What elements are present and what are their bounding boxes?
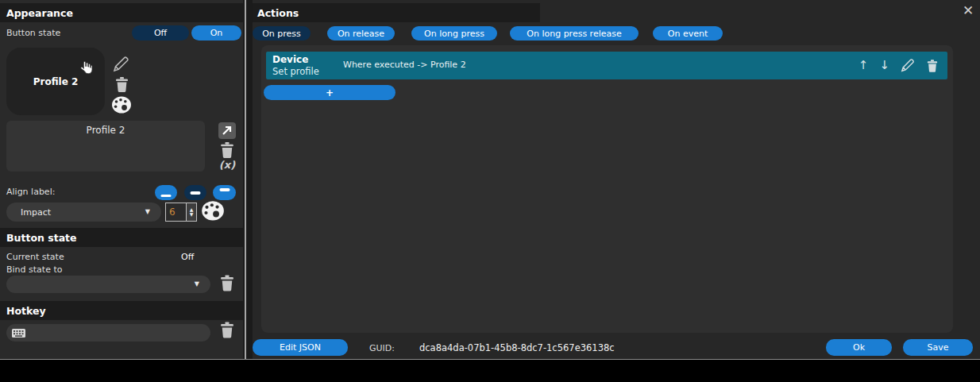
pencil-icon [901,59,916,72]
appearance-section-title: Appearance [6,7,73,19]
guid-label: GUID: [369,343,395,353]
font-family-value: Impact [21,207,51,218]
button-state-section-header: Button state [0,228,243,247]
action-name: Set profile [272,66,319,77]
move-action-down-button[interactable]: ↓ [879,60,889,71]
state-on-label: On [210,28,223,38]
tab-on-long-press[interactable]: On long press [411,26,497,41]
chevron-down-icon: ▼ [195,281,210,287]
current-state-label: Current state [6,252,64,262]
label-color-button[interactable] [201,200,225,225]
trash-icon [115,77,129,92]
guid-value: dca8a4da-07b1-45b8-8dc7-1c567e36138c [419,342,615,353]
action-category: Device [272,54,308,65]
font-size-stepper[interactable]: ▲ ▼ [186,203,196,221]
delete-label-button[interactable] [220,142,234,158]
state-off-label: Off [154,28,167,38]
bind-state-dropdown[interactable]: ▼ [6,276,210,293]
tab-label: On event [668,29,708,39]
align-bottom-button[interactable] [155,185,177,200]
trash-icon [220,142,234,158]
font-size-input[interactable]: 6 ▲ ▼ [165,203,197,222]
tab-on-event[interactable]: On event [653,26,723,41]
edit-json-label: Edit JSON [280,342,321,353]
font-size-value: 6 [169,206,176,218]
action-item-row[interactable]: Device Set profile Where executed -> Pro… [266,52,947,79]
close-icon: ✕ [963,2,974,18]
tab-label: On long press release [527,29,621,39]
spinner-down-icon: ▼ [190,212,194,217]
palette-icon [201,200,225,222]
edit-action-button[interactable] [901,59,916,72]
appearance-section-header: Appearance [0,3,243,22]
trash-icon [220,322,234,338]
move-action-up-button[interactable]: ↑ [858,60,869,71]
plus-icon: + [326,87,334,98]
tab-on-press[interactable]: On press [253,26,311,41]
hand-cursor-icon [79,61,94,79]
arrow-down-icon: ↓ [879,58,889,72]
tab-label: On long press [424,29,484,39]
align-top-glyph [219,188,230,191]
button-state-section-title: Button state [6,232,77,244]
ok-button[interactable]: Ok [826,339,892,356]
trash-icon [220,275,234,291]
tab-on-release[interactable]: On release [327,26,395,41]
arrow-up-icon: ↑ [858,58,869,72]
button-label-value: Profile 2 [87,125,125,136]
current-state-value: Off [181,252,194,262]
ok-label: Ok [853,342,865,353]
delete-action-button[interactable] [927,60,938,72]
button-preview[interactable]: Profile 2 [6,48,105,115]
hotkey-section-title: Hotkey [6,305,46,317]
edit-json-button[interactable]: Edit JSON [253,339,348,356]
button-label-textarea[interactable]: Profile 2 [6,121,205,172]
close-dialog-button[interactable]: ✕ [958,2,978,19]
open-external-arrow-icon [218,122,236,139]
add-action-button[interactable]: + [264,85,395,100]
tab-label: On press [262,29,301,39]
state-on-toggle[interactable]: On [191,25,241,41]
button-preview-label: Profile 2 [33,76,79,87]
chevron-down-icon: ▼ [145,209,161,215]
button-editor-dialog: Appearance Button state Off On Profile 2 [0,0,980,382]
actions-section-header: Actions [253,3,540,22]
popout-label-editor-button[interactable] [218,122,236,139]
left-panel-scrollbar[interactable] [245,0,246,359]
clear-label-symbol: (x) [219,159,235,171]
align-label-text: Align label: [6,187,55,197]
hotkey-input[interactable] [6,324,210,341]
save-button[interactable]: Save [903,339,973,356]
action-description: Where executed -> Profile 2 [343,60,466,70]
state-off-toggle[interactable]: Off [132,25,189,41]
actions-section-title: Actions [257,7,299,19]
appearance-panel: Appearance Button state Off On Profile 2 [0,0,243,360]
palette-icon [111,96,132,114]
clear-hotkey-button[interactable] [220,322,234,338]
background-bottom-band [0,360,980,382]
save-label: Save [927,342,948,353]
clear-label-button[interactable]: (x) [214,159,240,171]
hotkey-section-header: Hotkey [0,301,243,320]
button-state-toggle-label: Button state [6,28,60,38]
bind-state-label: Bind state to [6,264,62,275]
align-bottom-glyph [161,195,172,198]
delete-image-button[interactable] [115,77,129,92]
font-family-dropdown[interactable]: Impact ▼ [6,203,161,222]
align-middle-glyph [191,191,201,195]
image-color-button[interactable] [111,96,132,117]
align-top-button[interactable] [213,185,236,200]
keyboard-icon [12,329,25,338]
clear-bind-state-button[interactable] [220,275,234,291]
pencil-icon [113,56,130,72]
align-middle-button[interactable] [184,185,206,200]
edit-image-button[interactable] [113,56,130,75]
trash-icon [927,60,938,72]
tab-on-long-press-release[interactable]: On long press release [510,26,639,41]
tab-label: On release [338,29,384,39]
